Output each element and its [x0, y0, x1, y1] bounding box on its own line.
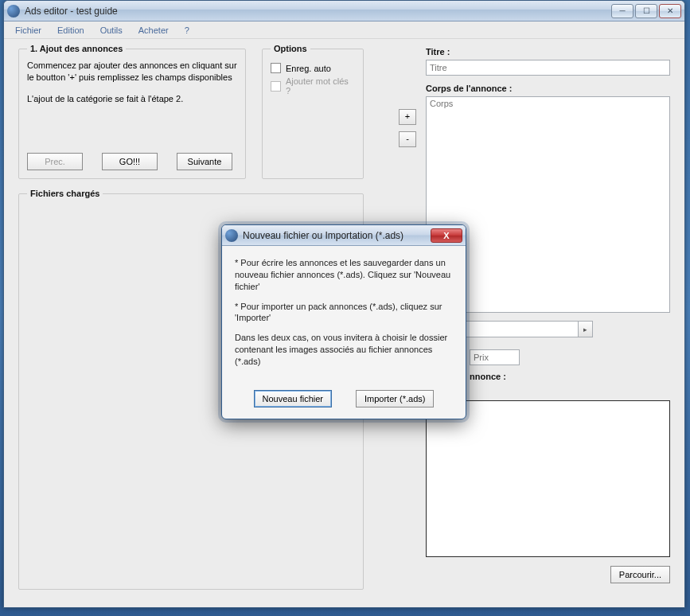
new-file-button[interactable]: Nouveau fichier: [254, 390, 332, 407]
window-buttons: ─ ☐ ✕: [611, 4, 681, 18]
titlebar[interactable]: Ads editor - test guide ─ ☐ ✕: [4, 1, 684, 21]
app-icon: [7, 5, 20, 18]
step-text-1: Commencez par ajouter des annonces en cl…: [27, 60, 237, 84]
options-group: Options Enreg. auto Ajouter mot clés ?: [262, 44, 364, 179]
new-or-import-dialog: Nouveau fichier ou Importation (*.ads) X…: [221, 224, 466, 419]
next-button[interactable]: Suivante: [177, 153, 232, 170]
keywords-row: Ajouter mot clés ?: [271, 76, 355, 96]
keywords-label: Ajouter mot clés ?: [286, 76, 355, 96]
options-legend: Options: [271, 44, 310, 53]
window-title: Ads editor - test guide: [25, 6, 611, 17]
import-button[interactable]: Importer (*.ads): [356, 390, 434, 407]
titre-input[interactable]: [426, 60, 670, 76]
dialog-text-3: Dans les deux cas, on vous invitera à ch…: [235, 332, 453, 368]
titre-label: Titre :: [426, 47, 450, 57]
minimize-button[interactable]: ─: [611, 4, 633, 18]
dialog-app-icon: [225, 229, 238, 242]
dialog-body: * Pour écrire les annonces et les sauveg…: [222, 246, 466, 387]
add-button[interactable]: +: [399, 109, 416, 125]
prix-input[interactable]: [470, 349, 520, 365]
image-preview: [426, 400, 670, 557]
dialog-buttons: Nouveau fichier Importer (*.ads): [222, 387, 466, 419]
dialog-title: Nouveau fichier ou Importation (*.ads): [243, 230, 431, 241]
menu-help[interactable]: ?: [178, 24, 196, 37]
step-text-2: L'ajout de la catégorie se fait à l'étap…: [27, 93, 237, 105]
menu-fichier[interactable]: Fichier: [9, 24, 48, 37]
menu-acheter[interactable]: Acheter: [132, 24, 175, 37]
dialog-text-2: * Pour importer un pack annonces (*.ads)…: [235, 301, 453, 325]
browse-button[interactable]: Parcourir...: [610, 566, 670, 583]
annonce-label-suffix: nnonce :: [470, 372, 506, 381]
dialog-text-1: * Pour écrire les annonces et les sauveg…: [235, 257, 453, 293]
corps-label: Corps de l'annonce :: [426, 84, 512, 93]
autosave-row[interactable]: Enreg. auto: [271, 63, 355, 73]
files-legend: Fichiers chargés: [27, 189, 103, 198]
chevron-right-icon[interactable]: ▸: [578, 322, 592, 337]
maximize-button[interactable]: ☐: [635, 4, 657, 18]
menu-edition[interactable]: Edition: [51, 24, 91, 37]
remove-button[interactable]: -: [399, 131, 416, 147]
keywords-checkbox: [271, 81, 281, 92]
dialog-titlebar[interactable]: Nouveau fichier ou Importation (*.ads) X: [222, 225, 466, 246]
step-legend: 1. Ajout des annonces: [27, 44, 126, 53]
go-button[interactable]: GO!!!: [102, 153, 158, 170]
close-button[interactable]: ✕: [659, 4, 681, 18]
autosave-checkbox[interactable]: [271, 63, 281, 73]
menu-outils[interactable]: Outils: [94, 24, 129, 37]
dialog-close-button[interactable]: X: [431, 228, 462, 243]
step-group: 1. Ajout des annonces Commencez par ajou…: [18, 44, 246, 179]
autosave-label: Enreg. auto: [286, 64, 331, 73]
menubar: Fichier Edition Outils Acheter ?: [4, 21, 684, 39]
prev-button[interactable]: Prec.: [27, 153, 83, 170]
